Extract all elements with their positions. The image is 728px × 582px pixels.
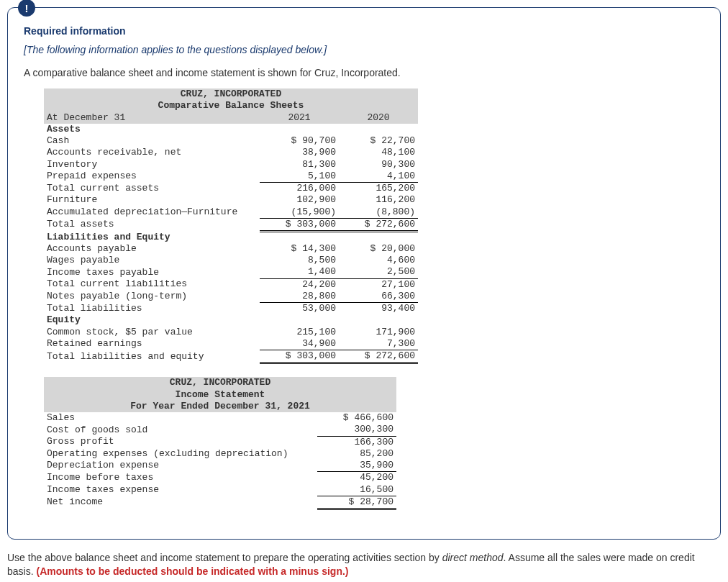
bs-col-2020: 2020 [339, 112, 418, 124]
is-title: Income Statement [44, 389, 396, 401]
required-info-card: ! Required information [The following in… [7, 7, 721, 540]
table-row: Total current assets216,000165,200 [44, 183, 418, 195]
table-row: Total assets$ 303,000$ 272,600 [44, 218, 418, 231]
income-statement-table: CRUZ, INCORPORATED Income Statement For … [44, 377, 396, 510]
balance-sheet-table: CRUZ, INCORPORATED Comparative Balance S… [44, 88, 418, 364]
instr-pre: Use the above balance sheet and income s… [7, 552, 442, 563]
table-row: Gross profit166,300 [44, 436, 396, 448]
bs-date-label: At December 31 [44, 112, 260, 124]
table-row: Accounts payable$ 14,300$ 20,000 [44, 243, 418, 255]
required-info-heading: Required information [24, 25, 704, 37]
table-row: Total liabilities53,00093,400 [44, 303, 418, 315]
table-row: Common stock, $5 par value215,100171,900 [44, 327, 418, 338]
table-row: Income taxes expense16,500 [44, 484, 396, 496]
table-row: Total liabilities and equity$ 303,000$ 2… [44, 350, 418, 363]
table-row: Notes payable (long-term)28,80066,300 [44, 291, 418, 303]
intro-text: A comparative balance sheet and income s… [24, 67, 704, 78]
instr-ital: direct method [442, 552, 504, 563]
equity-header: Equity [44, 314, 260, 326]
table-row: Net income$ 28,700 [44, 496, 396, 509]
table-row: Accumulated depreciation—Furniture(15,90… [44, 206, 418, 219]
instr-warn: (Amounts to be deducted should be indica… [36, 565, 348, 577]
table-row: Total current liabilities24,20027,100 [44, 278, 418, 291]
bs-title: Comparative Balance Sheets [44, 100, 418, 112]
table-row: Accounts receivable, net38,90048,100 [44, 147, 418, 158]
table-row: Inventory81,30090,300 [44, 159, 418, 170]
table-row: Depreciation expense35,900 [44, 460, 396, 472]
table-row: Wages payable8,5004,600 [44, 255, 418, 266]
liab-equity-header: Liabilities and Equity [44, 232, 260, 243]
alert-badge: ! [18, 0, 35, 17]
table-row: Cash$ 90,700$ 22,700 [44, 135, 418, 147]
bs-col-2021: 2021 [260, 112, 339, 124]
table-row: Retained earnings34,9007,300 [44, 338, 418, 350]
bs-company: CRUZ, INCORPORATED [44, 88, 418, 100]
instructions-text: Use the above balance sheet and income s… [7, 551, 721, 578]
assets-header: Assets [44, 124, 260, 135]
is-period: For Year Ended December 31, 2021 [44, 401, 396, 412]
table-row: Income taxes payable1,4002,500 [44, 266, 418, 278]
table-row: Operating expenses (excluding depreciati… [44, 448, 396, 460]
table-row: Furniture102,900116,200 [44, 194, 418, 206]
table-row: Sales$ 466,600 [44, 412, 396, 424]
table-row: Cost of goods sold300,300 [44, 424, 396, 436]
is-company: CRUZ, INCORPORATED [44, 377, 396, 388]
table-row: Prepaid expenses5,1004,100 [44, 170, 418, 183]
table-row: Income before taxes45,200 [44, 472, 396, 484]
alert-icon: ! [25, 2, 29, 14]
applies-note: [The following information applies to th… [24, 44, 704, 55]
